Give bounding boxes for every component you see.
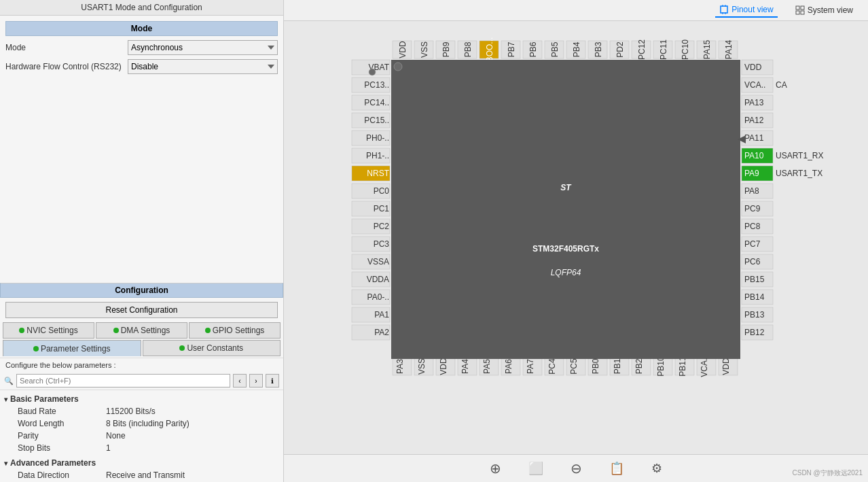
param-dot (33, 346, 39, 351)
svg-text:VDD: VDD (721, 358, 731, 375)
right-panel: Pinout view System view VDD VSS PB9 P (284, 0, 868, 482)
view-tabs: Pinout view System view (284, 0, 868, 21)
baud-rate-item: Baud Rate 115200 Bits/s (4, 405, 279, 417)
config-section: Configuration Reset Configuration NVIC S… (0, 283, 283, 482)
info-icon[interactable]: ℹ (266, 374, 279, 388)
search-input[interactable] (16, 374, 230, 388)
fit-view-button[interactable]: ⬜ (528, 461, 543, 476)
svg-text:PA8: PA8 (744, 186, 759, 196)
info-bar: Configure the below parameters : (0, 358, 283, 372)
stop-bits-item: Stop Bits 1 (4, 442, 279, 454)
pinout-icon (719, 5, 729, 14)
stop-bits-label: Stop Bits (18, 443, 106, 453)
word-length-item: Word Length 8 Bits (including Parity) (4, 417, 279, 430)
panel-title: USART1 Mode and Configuration (0, 0, 283, 16)
svg-text:VDDA: VDDA (367, 275, 389, 284)
tab-pinout-view[interactable]: Pinout view (715, 3, 777, 18)
svg-text:LQFP64: LQFP64 (551, 268, 581, 277)
svg-text:NRST: NRST (367, 169, 389, 178)
svg-text:VCA..: VCA.. (700, 356, 709, 377)
zoom-out-button[interactable]: ⊖ (571, 460, 582, 477)
svg-text:ST: ST (560, 183, 572, 192)
word-length-label: Word Length (18, 419, 106, 428)
svg-text:PC4: PC4 (547, 358, 557, 375)
tab-user-constants[interactable]: User Constants (143, 340, 281, 356)
svg-text:PA4: PA4 (460, 359, 470, 374)
svg-text:PA14: PA14 (724, 39, 734, 59)
svg-text:USART1_TX: USART1_TX (776, 169, 822, 178)
svg-text:PA15: PA15 (702, 39, 712, 59)
tab-nvic[interactable]: NVIC Settings (3, 322, 94, 339)
svg-text:PB5: PB5 (550, 41, 560, 57)
left-panel: USART1 Mode and Configuration Mode Mode … (0, 0, 284, 482)
mode-select[interactable]: Asynchronous Synchronous (128, 40, 278, 55)
svg-text:PA10: PA10 (744, 151, 764, 160)
svg-text:PC12: PC12 (637, 39, 647, 60)
svg-text:PC1: PC1 (374, 204, 390, 213)
svg-text:PB14: PB14 (744, 292, 765, 302)
zoom-in-button[interactable]: ⊕ (490, 460, 501, 477)
svg-text:PA9: PA9 (744, 169, 759, 178)
parity-label: Parity (18, 431, 106, 441)
reset-config-button[interactable]: Reset Configuration (5, 302, 278, 318)
svg-text:PA0-..: PA0-.. (367, 292, 389, 302)
svg-text:USART1_RX: USART1_RX (776, 151, 823, 160)
svg-text:PA6: PA6 (504, 359, 513, 374)
svg-text:PB11: PB11 (678, 356, 687, 377)
tab-gpio[interactable]: GPIO Settings (189, 322, 281, 339)
svg-text:STM32F405RGTx: STM32F405RGTx (532, 244, 599, 254)
basic-arrow: ▾ (4, 396, 7, 403)
svg-text:PC14..: PC14.. (364, 98, 389, 107)
next-icon[interactable]: › (249, 374, 263, 388)
mode-header: Mode (5, 21, 278, 36)
svg-rect-7 (796, 11, 799, 14)
settings-button[interactable]: ⚙ (651, 461, 662, 476)
data-direction-item: Data Direction Receive and Transmit (4, 469, 279, 481)
svg-text:PB6: PB6 (528, 41, 538, 57)
svg-text:PC15..: PC15.. (364, 116, 389, 125)
stop-bits-value: 1 (106, 443, 111, 453)
svg-text:PB8: PB8 (463, 41, 473, 57)
word-length-value: 8 Bits (including Parity) (106, 419, 189, 428)
prev-icon[interactable]: ‹ (233, 374, 247, 388)
svg-point-146 (394, 63, 402, 71)
svg-text:PC11: PC11 (659, 39, 668, 60)
chip-diagram: VDD VSS PB9 PB8 BOO... PB7 PB6 (284, 21, 868, 482)
svg-text:VDD: VDD (439, 358, 448, 375)
tab-parameter-settings[interactable]: Parameter Settings (3, 340, 141, 356)
svg-text:VCA..: VCA.. (744, 80, 765, 90)
svg-text:VSS: VSS (417, 358, 427, 375)
user-dot (179, 345, 185, 351)
advanced-arrow: ▾ (4, 460, 7, 467)
dma-dot (113, 328, 119, 333)
tab-system-view[interactable]: System view (791, 3, 857, 17)
baud-rate-label: Baud Rate (18, 407, 106, 416)
export-button[interactable]: 📋 (609, 461, 624, 476)
svg-rect-6 (801, 6, 804, 10)
svg-text:PB15: PB15 (744, 275, 765, 284)
svg-text:PC2: PC2 (374, 222, 390, 231)
svg-text:PD2: PD2 (615, 41, 625, 58)
svg-text:PC3: PC3 (374, 239, 390, 249)
svg-text:PC13..: PC13.. (364, 80, 389, 90)
svg-text:PC7: PC7 (744, 239, 761, 249)
svg-text:PB3: PB3 (594, 41, 603, 57)
tab-dma[interactable]: DMA Settings (96, 322, 187, 339)
hw-flow-select[interactable]: Disable Enable (128, 59, 278, 74)
svg-text:PB2: PB2 (634, 358, 644, 374)
svg-text:PB9: PB9 (441, 41, 451, 57)
basic-params-header[interactable]: ▾ Basic Parameters (4, 393, 279, 405)
svg-text:PB12: PB12 (744, 328, 765, 337)
svg-text:PC9: PC9 (744, 204, 761, 213)
svg-text:PA2: PA2 (374, 328, 389, 337)
advanced-params-header[interactable]: ▾ Advanced Parameters (4, 457, 279, 469)
baud-rate-value: 115200 Bits/s (106, 407, 156, 416)
params-tree: ▾ Basic Parameters Baud Rate 115200 Bits… (0, 390, 283, 482)
svg-text:PA12: PA12 (744, 116, 764, 125)
nvic-dot (19, 328, 24, 333)
search-row: 🔍 ‹ › ℹ (0, 372, 283, 390)
svg-text:PA1: PA1 (374, 310, 389, 320)
parity-item: Parity None (4, 430, 279, 442)
svg-text:PC6: PC6 (744, 257, 761, 266)
svg-text:CA: CA (776, 80, 787, 90)
